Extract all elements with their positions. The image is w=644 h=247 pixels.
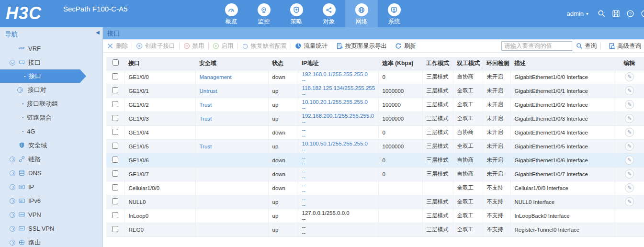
sidebar-item-dns[interactable]: DNS bbox=[0, 166, 102, 180]
row-checkbox[interactable] bbox=[112, 143, 118, 149]
ip-primary[interactable]: 192.168.200.1/255.255.255.0 bbox=[302, 113, 376, 119]
sidebar-item-interface-pair[interactable]: 接口对 bbox=[0, 83, 102, 97]
sidebar-item-ipv6[interactable]: v6IPv6 bbox=[0, 194, 102, 208]
row-checkbox[interactable] bbox=[112, 73, 118, 79]
table-row[interactable]: GE1/0/0Managementdown192.168.0.1/255.255… bbox=[106, 70, 644, 84]
sidebar-item-route[interactable]: 路由 bbox=[0, 236, 102, 247]
sidebar-item-link[interactable]: 链路 bbox=[0, 152, 102, 166]
sidebar-item-vpn[interactable]: VPNVPN bbox=[0, 208, 102, 222]
row-checkbox[interactable] bbox=[112, 157, 118, 163]
nav-tab-network[interactable]: 网络 bbox=[345, 0, 378, 27]
sidebar-item-security-zone[interactable]: 安全域 bbox=[0, 138, 102, 152]
sidebar-collapse-icon[interactable]: ◀ bbox=[96, 30, 100, 35]
edit-pencil-icon[interactable]: ✎ bbox=[625, 100, 634, 109]
row-checkbox[interactable] bbox=[112, 198, 118, 204]
toolbar-delete-button[interactable]: 删除 bbox=[107, 42, 128, 50]
ip-primary[interactable]: 10.100.50.1/255.255.255.0 bbox=[302, 141, 376, 146]
table-row[interactable]: GE1/0/1Untrustup118.182.125.134/255.255.… bbox=[106, 84, 644, 98]
column-header: 状态 bbox=[268, 57, 298, 70]
nav-tab-system[interactable]: 系统 bbox=[378, 0, 410, 27]
table-row[interactable]: GE1/0/5Trustup10.100.50.1/255.255.255.0-… bbox=[106, 139, 644, 153]
ip-primary[interactable]: 118.182.125.134/255.255.255 bbox=[302, 85, 376, 91]
table-row[interactable]: InLoop0up127.0.0.1/255.0.0.0--三层模式全双工不支持… bbox=[106, 209, 644, 223]
row-checkbox[interactable] bbox=[112, 184, 118, 191]
logout-icon[interactable] bbox=[641, 10, 644, 18]
ip-primary[interactable]: -- bbox=[302, 182, 376, 188]
sidebar-item-interface-group[interactable]: 接口 bbox=[0, 56, 102, 69]
row-checkbox[interactable] bbox=[112, 129, 118, 135]
row-checkbox[interactable] bbox=[112, 115, 118, 121]
edit-pencil-icon[interactable]: ✎ bbox=[625, 114, 634, 123]
row-checkbox[interactable] bbox=[112, 212, 118, 218]
row-checkbox[interactable] bbox=[112, 170, 118, 177]
edit-pencil-icon[interactable]: ✎ bbox=[625, 169, 634, 179]
user-menu[interactable]: admin ▾ bbox=[567, 10, 588, 17]
ip-primary[interactable]: 10.100.20.1/255.255.255.0 bbox=[302, 99, 376, 105]
zone-link[interactable]: Trust bbox=[200, 116, 212, 122]
sidebar-item-interface-linkage-group[interactable]: ·接口联动组 bbox=[0, 97, 102, 111]
zone-link[interactable]: Trust bbox=[200, 144, 212, 149]
edit-pencil-icon[interactable]: ✎ bbox=[625, 72, 634, 81]
zone-link[interactable]: Management bbox=[200, 74, 232, 80]
search-input[interactable] bbox=[501, 41, 572, 51]
edit-pencil-icon[interactable]: ✎ bbox=[625, 156, 634, 165]
zone-link[interactable]: Trust bbox=[200, 102, 212, 108]
sidebar-item-interface[interactable]: ·接口 bbox=[0, 69, 86, 83]
toolbar-refresh-button[interactable]: 刷新 bbox=[395, 42, 416, 50]
edit-pencil-icon[interactable]: ✎ bbox=[625, 142, 634, 151]
toolbar-disable-button[interactable]: 禁用 bbox=[183, 42, 204, 50]
help-icon[interactable]: ? bbox=[626, 10, 634, 18]
expander-icon[interactable] bbox=[10, 198, 15, 204]
table-row[interactable]: GE1/0/3Trustup192.168.200.1/255.255.255.… bbox=[106, 112, 644, 125]
nav-tab-overview[interactable]: 概览 bbox=[215, 0, 248, 27]
edit-pencil-icon[interactable]: ✎ bbox=[625, 197, 634, 206]
edit-pencil-icon[interactable]: ✎ bbox=[625, 128, 634, 137]
table-row[interactable]: GE1/0/4down----0三层模式自协商未开启GigabitEtherne… bbox=[106, 125, 644, 139]
sidebar-item-vrf[interactable]: VRFVRF bbox=[0, 42, 102, 56]
table-row[interactable]: GE1/0/2Trustup10.100.20.1/255.255.255.0-… bbox=[106, 98, 644, 112]
row-checkbox[interactable] bbox=[112, 226, 118, 232]
expander-icon[interactable] bbox=[17, 87, 23, 93]
toolbar-enable-button[interactable]: 启用 bbox=[213, 42, 234, 50]
nav-tab-objects[interactable]: 对象 bbox=[313, 0, 345, 27]
sidebar-item-ip[interactable]: IPIP bbox=[0, 180, 102, 194]
nav-tab-monitor[interactable]: 监控 bbox=[248, 0, 280, 27]
toolbar: 删除 创建子接口 禁用 启用 恢复缺省配置 流量统计 按页面显示导出 刷新 查询 bbox=[103, 39, 644, 53]
nav-tab-policy[interactable]: 策略 bbox=[280, 0, 313, 27]
expander-icon[interactable] bbox=[10, 184, 15, 190]
expander-icon[interactable] bbox=[10, 226, 15, 232]
select-all-checkbox[interactable] bbox=[113, 59, 119, 66]
search-icon[interactable] bbox=[598, 10, 606, 18]
zone-link[interactable]: Untrust bbox=[200, 88, 217, 94]
expander-icon[interactable] bbox=[10, 60, 15, 66]
sidebar-item-ssl-vpn[interactable]: SSLSSL VPN bbox=[0, 222, 102, 236]
query-button[interactable]: 查询 bbox=[576, 42, 597, 50]
edit-pencil-icon[interactable]: ✎ bbox=[625, 86, 634, 95]
table-row[interactable]: REG0up----三层模式全双工不支持Register-Tunnel0 Int… bbox=[106, 223, 644, 236]
row-checkbox[interactable] bbox=[112, 87, 118, 93]
expander-icon[interactable] bbox=[10, 157, 15, 162]
advanced-query-button[interactable]: 高级查询 bbox=[609, 42, 641, 50]
ip-primary[interactable]: 192.168.0.1/255.255.255.0 bbox=[302, 71, 376, 77]
toolbar-traffic-statistics-button[interactable]: 流量统计 bbox=[295, 42, 328, 50]
toolbar-create-subinterface-button[interactable]: 创建子接口 bbox=[136, 42, 175, 50]
ip-primary[interactable]: -- bbox=[302, 127, 376, 133]
edit-pencil-icon[interactable]: ✎ bbox=[625, 183, 634, 192]
table-row[interactable]: Cellular1/0/0down----全双工不支持Cellular1/0/0… bbox=[106, 181, 644, 195]
sidebar-item-link-aggregation[interactable]: ·链路聚合 bbox=[0, 111, 102, 124]
expander-icon[interactable] bbox=[10, 240, 15, 246]
save-icon[interactable] bbox=[612, 10, 620, 18]
row-checkbox[interactable] bbox=[112, 101, 118, 107]
cell-status: up bbox=[268, 84, 298, 98]
expander-icon[interactable] bbox=[10, 170, 15, 176]
table-row[interactable]: NULL0up----三层模式全双工不支持NULL0 Interface✎ bbox=[106, 195, 644, 209]
expander-icon[interactable] bbox=[10, 212, 15, 218]
table-row[interactable]: GE1/0/6down----0三层模式自协商未开启GigabitEtherne… bbox=[106, 153, 644, 167]
ip-primary[interactable]: -- bbox=[302, 196, 376, 202]
toolbar-restore-default-button[interactable]: 恢复缺省配置 bbox=[242, 42, 287, 50]
ip-primary[interactable]: -- bbox=[302, 155, 376, 160]
ip-primary[interactable]: -- bbox=[302, 168, 376, 174]
sidebar-item-4g[interactable]: ·4G bbox=[0, 124, 102, 138]
toolbar-export-by-page-button[interactable]: 按页面显示导出 bbox=[336, 42, 387, 50]
table-row[interactable]: GE1/0/7down----0三层模式自协商未开启GigabitEtherne… bbox=[106, 167, 644, 181]
